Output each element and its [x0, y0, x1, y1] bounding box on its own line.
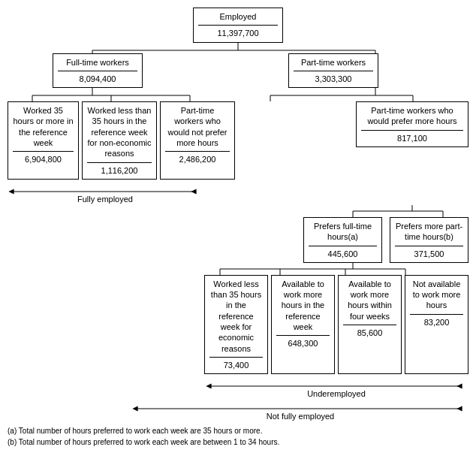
pt-not-prefer-label: Part-time workers who would not prefer m…	[165, 105, 230, 148]
box-prefers-full: Prefers full-time hours(a) 445,600	[303, 217, 382, 263]
employment-diagram: Employed 11,397,700 Full-time workers 8,…	[8, 8, 468, 448]
avail-four-number: 85,600	[343, 325, 396, 338]
not-avail-label: Not available to work more hours	[410, 279, 463, 311]
parttime-number: 3,303,300	[294, 71, 373, 84]
worked-less-eco-number: 73,400	[209, 357, 263, 370]
box-worked-less-eco: Worked less than 35 hours in the referen…	[204, 275, 268, 374]
avail-ref-label: Available to work more hours in the refe…	[276, 279, 330, 332]
pt-not-prefer-number: 2,486,200	[165, 151, 230, 165]
parttime-label: Part-time workers	[294, 57, 373, 68]
fulltime-label: Full-time workers	[58, 57, 137, 68]
prefers-full-label: Prefers full-time hours(a)	[309, 221, 377, 243]
box-avail-four: Available to work more hours within four…	[338, 275, 402, 374]
box-employed: Employed 11,397,700	[193, 8, 283, 43]
box-pt-prefer: Part-time workers who would prefer more …	[356, 101, 468, 147]
worked-less-non-number: 1,116,200	[87, 162, 152, 176]
box-parttime: Part-time workers 3,303,300	[288, 53, 378, 89]
fulltime-number: 8,094,400	[58, 71, 137, 84]
avail-ref-number: 648,300	[276, 335, 330, 349]
employed-label: Employed	[198, 11, 278, 22]
box-avail-ref: Available to work more hours in the refe…	[271, 275, 335, 374]
worked35-number: 6,904,800	[13, 151, 74, 165]
worked-less-eco-label: Worked less than 35 hours in the referen…	[209, 279, 263, 354]
box-not-avail: Not available to work more hours 83,200	[405, 275, 468, 374]
avail-four-label: Available to work more hours within four…	[343, 279, 396, 322]
footnote-a: (a) Total number of hours preferred to w…	[8, 425, 468, 436]
worked-less-non-label: Worked less than 35 hours in the referen…	[87, 105, 152, 159]
box-worked35: Worked 35 hours or more in the reference…	[8, 101, 79, 180]
box-pt-not-prefer: Part-time workers who would not prefer m…	[160, 101, 235, 180]
prefers-full-number: 445,600	[309, 246, 377, 259]
pt-prefer-number: 817,100	[361, 130, 463, 143]
worked35-label: Worked 35 hours or more in the reference…	[13, 105, 74, 148]
prefers-more-pt-number: 371,500	[395, 246, 463, 259]
underemployed-label: Underemployed	[307, 389, 366, 398]
box-worked-less-non: Worked less than 35 hours in the referen…	[82, 101, 157, 180]
not-avail-number: 83,200	[410, 314, 463, 328]
footnotes: (a) Total number of hours preferred to w…	[8, 425, 468, 448]
box-prefers-more-pt: Prefers more part-time hours(b) 371,500	[390, 217, 468, 263]
box-fulltime: Full-time workers 8,094,400	[53, 53, 143, 89]
not-fully-employed-label: Not fully employed	[267, 412, 335, 421]
pt-prefer-label: Part-time workers who would prefer more …	[361, 105, 463, 127]
prefers-more-pt-label: Prefers more part-time hours(b)	[395, 221, 463, 243]
fully-employed-label: Fully employed	[77, 195, 133, 204]
employed-number: 11,397,700	[198, 25, 278, 38]
footnote-b: (b) Total number of hours preferred to w…	[8, 436, 468, 448]
